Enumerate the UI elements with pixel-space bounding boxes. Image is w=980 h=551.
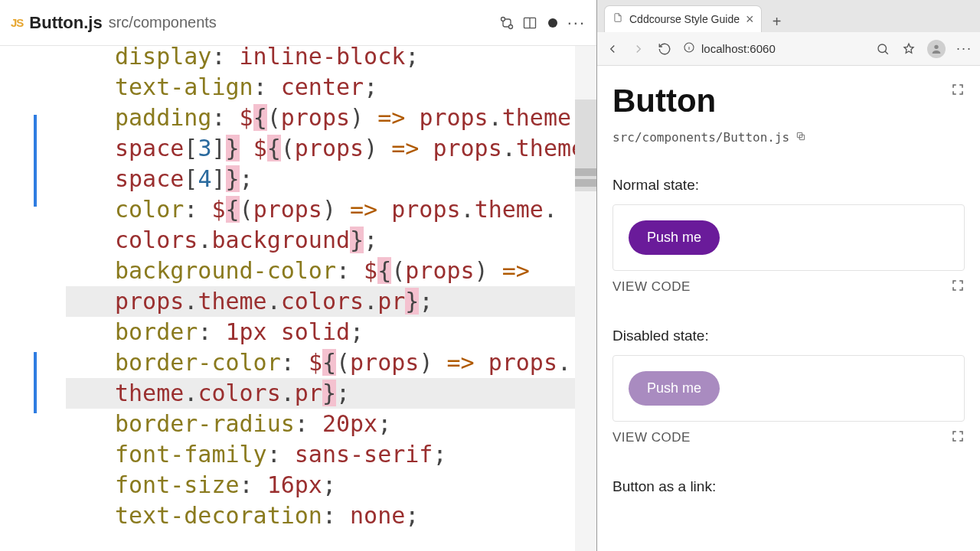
svg-line-8 (885, 51, 888, 54)
profile-avatar[interactable] (927, 40, 946, 58)
minimap-marker (575, 179, 596, 187)
favorite-icon[interactable] (901, 41, 916, 57)
section-label: Disabled state: (612, 328, 965, 344)
browser-toolbar: localhost:6060 ··· (597, 32, 980, 66)
example-preview: Push me (612, 204, 965, 271)
close-tab-icon[interactable]: × (746, 11, 754, 28)
new-tab-button[interactable]: + (766, 11, 787, 32)
fullscreen-icon[interactable] (951, 279, 965, 295)
js-file-icon: JS (11, 16, 23, 29)
browser-pane: Cddcourse Style Guide × + localhost:6060… (597, 0, 980, 551)
styleguide-page: Button src/components/Button.js Normal s… (597, 66, 980, 551)
more-actions-icon[interactable]: ··· (567, 13, 586, 33)
demo-button-disabled: Push me (629, 371, 720, 406)
section-label: Normal state: (612, 177, 965, 194)
copy-path-icon[interactable] (795, 130, 806, 145)
component-path: src/components/Button.js (612, 130, 789, 145)
fullscreen-icon[interactable] (951, 83, 965, 99)
view-code-toggle[interactable]: VIEW CODE (612, 279, 691, 295)
site-info-icon[interactable] (683, 41, 695, 56)
forward-button[interactable] (631, 41, 646, 57)
gutter-change-indicator (34, 352, 37, 413)
code-editor[interactable]: display: inline-block;text-align: center… (0, 46, 596, 551)
page-icon (612, 12, 623, 26)
section-label: Button as a link: (612, 478, 965, 495)
back-button[interactable] (605, 41, 620, 57)
compare-changes-icon[interactable] (498, 15, 515, 31)
browser-tab[interactable]: Cddcourse Style Guide × (605, 6, 761, 32)
page-title: Button (612, 83, 716, 119)
open-file-name[interactable]: Button.js (29, 13, 102, 33)
svg-point-1 (508, 24, 512, 28)
gutter-change-indicator (34, 115, 37, 207)
browser-tab-title: Cddcourse Style Guide (629, 13, 740, 25)
browser-menu-icon[interactable]: ··· (956, 41, 972, 57)
split-editor-icon[interactable] (521, 15, 538, 31)
svg-point-7 (878, 44, 887, 53)
editor-pane: JS Button.js src/components ··· display:… (0, 0, 597, 551)
example-preview: Push me (612, 355, 965, 422)
address-bar[interactable]: localhost:6060 (683, 41, 864, 56)
browser-tab-strip: Cddcourse Style Guide × + (597, 0, 980, 32)
fullscreen-icon[interactable] (951, 429, 965, 446)
svg-point-0 (501, 17, 505, 21)
view-code-toggle[interactable]: VIEW CODE (612, 430, 691, 445)
refresh-button[interactable] (657, 41, 672, 57)
open-file-path: src/components (109, 14, 217, 31)
demo-button[interactable]: Push me (629, 220, 720, 255)
modified-indicator-icon (544, 15, 561, 31)
svg-point-9 (934, 44, 938, 48)
editor-tab-bar: JS Button.js src/components ··· (0, 0, 596, 46)
code-content[interactable]: display: inline-block;text-align: center… (115, 46, 596, 531)
address-text: localhost:6060 (701, 42, 776, 55)
minimap[interactable] (575, 46, 596, 551)
minimap-marker (575, 168, 596, 176)
zoom-icon[interactable] (875, 41, 890, 57)
minimap-viewport[interactable] (575, 99, 596, 191)
